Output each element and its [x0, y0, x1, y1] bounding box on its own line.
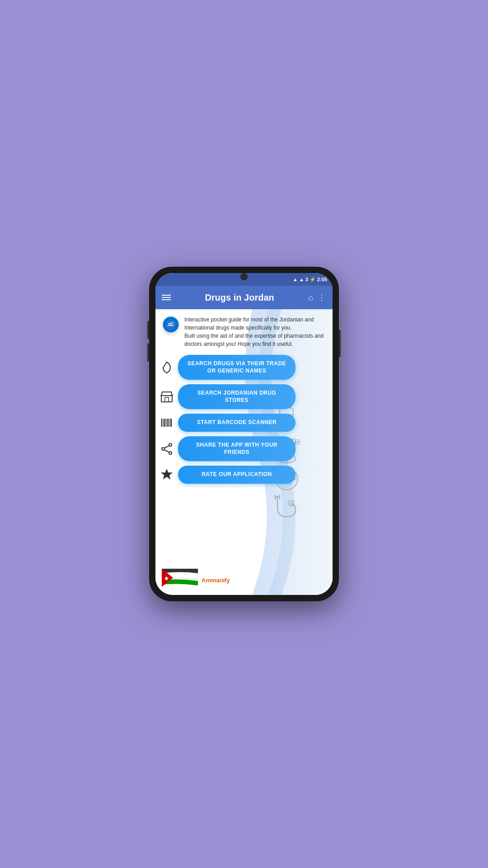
description-text: Interactive pocket guide for most of the…	[184, 316, 326, 348]
volume-down-button[interactable]	[147, 344, 149, 362]
svg-rect-21	[161, 396, 172, 402]
store-icon	[160, 391, 174, 403]
svg-point-31	[169, 443, 172, 446]
volume-up-button[interactable]	[147, 321, 149, 339]
menu-row-search-drugs: SEARCH DRUGS VIA THEIR TRADE OR GENERIC …	[155, 353, 333, 382]
brand-name: Ammanify	[202, 576, 230, 584]
battery-icon: ⚡	[310, 277, 316, 283]
search-stores-button[interactable]: SEARCH JORDANIAN DRUG STORES	[178, 384, 296, 409]
share-app-button[interactable]: SHARE THE APP WITH YOUR FRIENDS	[178, 436, 296, 461]
app-bar: Drugs in Jordan ⌂ ⋮	[155, 286, 333, 309]
camera-notch	[240, 273, 248, 280]
star-icon	[160, 469, 174, 481]
svg-line-35	[164, 450, 169, 452]
svg-line-34	[164, 446, 169, 448]
menu-row-share: SHARE THE APP WITH YOUR FRIENDS	[155, 434, 333, 463]
svg-point-20	[169, 323, 172, 326]
main-content: Interactive pocket guide for most of the…	[155, 309, 333, 595]
phone-device: ▲ ▲ 3 ⚡ 2:55 Drugs in Jordan ⌂ ⋮	[149, 267, 339, 601]
menu-row-rate: RATE OUR APPLICATION	[155, 463, 333, 486]
rate-app-button[interactable]: RATE OUR APPLICATION	[178, 466, 296, 484]
share-icon	[160, 443, 174, 455]
clock: 2:55	[317, 277, 327, 282]
app-logo	[162, 316, 180, 334]
menu-row-barcode: START BARCODE SCANNER	[155, 411, 333, 434]
menu-section: SEARCH DRUGS VIA THEIR TRADE OR GENERIC …	[155, 351, 333, 565]
menu-row-search-stores: SEARCH JORDANIAN DRUG STORES	[155, 382, 333, 411]
desc-line2: Built using the aid of and the expertise…	[184, 332, 326, 348]
search-drugs-button[interactable]: SEARCH DRUGS VIA THEIR TRADE OR GENERIC …	[178, 355, 296, 380]
app-title: Drugs in Jordan	[175, 292, 304, 303]
home-button[interactable]: ⌂	[308, 293, 313, 302]
signal-icon: ▲	[299, 277, 304, 282]
drop-icon	[160, 361, 174, 374]
battery-label: 3	[305, 277, 308, 282]
svg-rect-22	[165, 397, 169, 402]
more-options-button[interactable]: ⋮	[318, 292, 326, 302]
desc-line1: Interactive pocket guide for most of the…	[184, 316, 326, 332]
power-button[interactable]	[339, 330, 341, 357]
wifi-icon: ▲	[293, 277, 298, 282]
footer-area: Ammanify	[155, 565, 333, 595]
svg-point-33	[162, 448, 164, 450]
svg-point-32	[169, 452, 172, 454]
barcode-scanner-button[interactable]: START BARCODE SCANNER	[178, 414, 296, 432]
content-area: Interactive pocket guide for most of the…	[155, 309, 333, 595]
menu-button[interactable]	[162, 295, 171, 300]
barcode-icon	[160, 418, 174, 428]
status-icons: ▲ ▲ 3 ⚡ 2:55	[293, 277, 327, 283]
phone-screen: ▲ ▲ 3 ⚡ 2:55 Drugs in Jordan ⌂ ⋮	[155, 273, 333, 595]
svg-marker-36	[162, 470, 172, 479]
description-section: Interactive pocket guide for most of the…	[155, 309, 333, 351]
jordan-flag-ribbon	[162, 569, 198, 591]
